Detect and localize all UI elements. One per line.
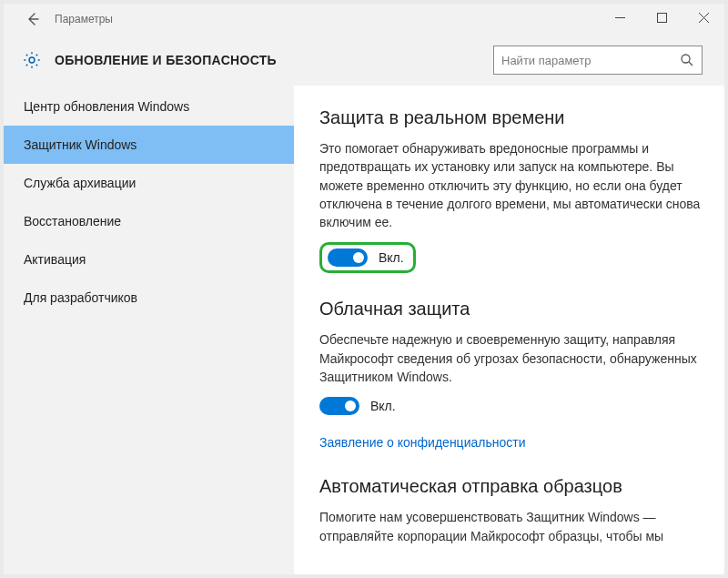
sidebar-item-label: Центр обновления Windows: [24, 99, 189, 114]
section-sample-submission: Автоматическая отправка образцов Помогит…: [319, 476, 701, 545]
toggle-state-label: Вкл.: [379, 250, 404, 265]
svg-rect-1: [657, 13, 666, 22]
privacy-statement-link[interactable]: Заявление о конфиденциальности: [319, 435, 525, 450]
section-realtime-protection: Защита в реальном времени Это помогает о…: [319, 107, 701, 273]
cloud-toggle[interactable]: [319, 397, 359, 415]
sidebar-item-backup[interactable]: Служба архивации: [4, 164, 294, 202]
realtime-toggle[interactable]: [328, 248, 368, 267]
sidebar-item-windows-update[interactable]: Центр обновления Windows: [4, 87, 294, 126]
sidebar-item-windows-defender[interactable]: Защитник Windows: [4, 126, 294, 164]
content-pane[interactable]: Защита в реальном времени Это помогает о…: [294, 86, 724, 574]
back-button[interactable]: [18, 5, 47, 34]
page-title: ОБНОВЛЕНИЕ И БЕЗОПАСНОСТЬ: [55, 53, 277, 67]
sidebar-item-label: Восстановление: [24, 214, 121, 228]
toggle-state-label: Вкл.: [370, 399, 396, 413]
search-box[interactable]: [493, 46, 703, 75]
section-cloud-protection: Облачная защита Обеспечьте надежную и св…: [319, 299, 701, 451]
section-description: Помогите нам усовершенствовать Защитник …: [319, 508, 701, 545]
sidebar-item-label: Активация: [24, 252, 86, 267]
minimize-icon: [615, 13, 625, 23]
section-description: Обеспечьте надежную и своевременную защи…: [319, 330, 701, 386]
section-title: Облачная защита: [319, 299, 701, 319]
arrow-left-icon: [25, 12, 40, 26]
svg-point-4: [29, 57, 35, 63]
header-left: ОБНОВЛЕНИЕ И БЕЗОПАСНОСТЬ: [22, 50, 277, 70]
svg-point-5: [682, 55, 690, 63]
toggle-knob: [353, 252, 364, 263]
settings-window: Параметры ОБНОВЛЕНИЕ И БЕЗОПАСНОСТЬ: [0, 0, 728, 578]
sidebar-item-activation[interactable]: Активация: [4, 240, 294, 279]
header-row: ОБНОВЛЕНИЕ И БЕЗОПАСНОСТЬ: [4, 35, 724, 86]
sidebar-item-label: Защитник Windows: [24, 137, 136, 152]
close-icon: [699, 13, 709, 23]
window-title: Параметры: [55, 13, 113, 25]
highlight-realtime-toggle: Вкл.: [319, 242, 416, 273]
sidebar-item-for-developers[interactable]: Для разработчиков: [4, 279, 294, 317]
search-icon: [680, 53, 694, 67]
body: Центр обновления Windows Защитник Window…: [4, 86, 724, 574]
toggle-knob: [345, 401, 356, 411]
cloud-toggle-row: Вкл.: [319, 397, 701, 415]
titlebar: Параметры: [4, 4, 724, 35]
section-description: Это помогает обнаруживать вредоносные пр…: [319, 139, 701, 231]
maximize-button[interactable]: [641, 4, 682, 31]
close-button[interactable]: [682, 4, 724, 31]
sidebar-item-label: Для разработчиков: [24, 290, 137, 305]
gear-icon: [22, 50, 42, 70]
search-input[interactable]: [501, 54, 694, 67]
sidebar-item-label: Служба архивации: [24, 176, 136, 190]
section-title: Автоматическая отправка образцов: [319, 476, 701, 497]
window-controls: [599, 4, 724, 31]
maximize-icon: [657, 13, 667, 23]
sidebar: Центр обновления Windows Защитник Window…: [4, 86, 294, 574]
minimize-button[interactable]: [599, 4, 641, 31]
section-title: Защита в реальном времени: [319, 107, 701, 128]
sidebar-item-recovery[interactable]: Восстановление: [4, 202, 294, 240]
svg-line-6: [689, 62, 693, 66]
